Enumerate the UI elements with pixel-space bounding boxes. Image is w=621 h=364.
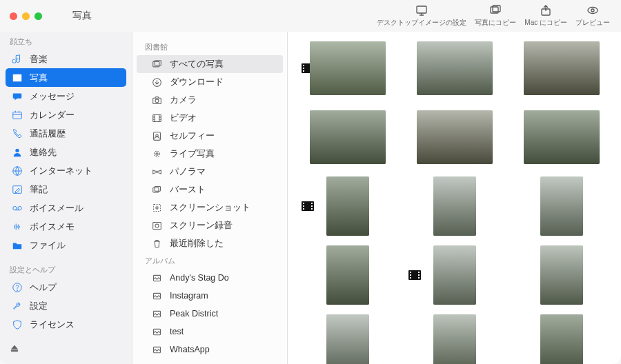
photo-cell[interactable] xyxy=(511,244,611,306)
photo-cell[interactable] xyxy=(511,313,611,364)
sidebar-item-settings[interactable]: 設定 xyxy=(6,296,126,315)
sidebar-item-label: 筆記 xyxy=(30,183,48,196)
pencil-icon xyxy=(11,183,23,196)
eye-icon xyxy=(586,4,600,17)
library-item-label: Peak District xyxy=(170,309,218,318)
library-item-live[interactable]: ライブ写真 xyxy=(137,145,283,163)
photo-cell[interactable] xyxy=(511,106,611,168)
sidebar-item-label: ファイル xyxy=(30,239,66,252)
photos-icon xyxy=(489,4,502,17)
library-item-label: test xyxy=(170,327,184,336)
sidebar-item-files[interactable]: ファイル xyxy=(6,236,126,254)
library-item-deleted[interactable]: 最近削除した xyxy=(137,234,283,252)
photo-cell[interactable] xyxy=(511,37,611,99)
voicemail-icon xyxy=(11,202,23,214)
photo-thumbnail xyxy=(326,314,369,364)
photo-thumbnail xyxy=(417,41,493,95)
pano-icon xyxy=(150,165,163,178)
sidebar-item-label: カレンダー xyxy=(30,109,75,121)
sidebar-item-calendar[interactable]: カレンダー xyxy=(6,105,126,124)
photo-cell[interactable] xyxy=(297,244,397,306)
sidebar-item-label: ライセンス xyxy=(30,318,75,331)
album-icon xyxy=(150,272,163,284)
library-item-a3[interactable]: Peak District xyxy=(137,305,283,323)
sidebar-item-label: インターネット xyxy=(30,165,92,177)
library-item-downloads[interactable]: ダウンロード xyxy=(137,73,283,91)
photo-cell[interactable] xyxy=(404,313,504,364)
library-item-label: スクリーン録音 xyxy=(170,220,233,232)
photo-cell[interactable] xyxy=(404,37,504,99)
copy-photos-button[interactable]: 写真にコピー xyxy=(475,4,516,28)
library-item-a4[interactable]: test xyxy=(137,323,283,341)
library-item-selfies[interactable]: セルフィー xyxy=(137,127,283,145)
sidebar-item-voicemail[interactable]: ボイスメール xyxy=(6,199,126,217)
trash-icon xyxy=(150,237,163,250)
library-item-label: ビデオ xyxy=(170,112,197,124)
sidebar-item-notes[interactable]: 筆記 xyxy=(6,180,126,199)
shield-icon xyxy=(11,318,23,331)
toolbar-label: デスクトップイメージの設定 xyxy=(377,18,466,28)
photo-thumbnail xyxy=(540,176,583,236)
sidebar-item-photos[interactable]: 写真 xyxy=(6,68,126,87)
photo-cell[interactable] xyxy=(297,313,397,364)
sidebar-item-calls[interactable]: 通話履歴 xyxy=(6,124,126,143)
burst-icon xyxy=(150,183,163,196)
sidebar-item-music[interactable]: 音楽 xyxy=(6,50,126,68)
sidebar-item-voicememo[interactable]: ボイスメモ xyxy=(6,217,126,236)
primary-sidebar: 顔立ち 音楽写真メッセージカレンダー通話履歴連絡先インターネット筆記ボイスメール… xyxy=(0,32,132,364)
library-item-pano[interactable]: パノラマ xyxy=(137,163,283,181)
toolbar-label: プレビュー xyxy=(575,18,610,28)
library-item-label: ライブ写真 xyxy=(170,148,215,160)
window-zoom-button[interactable] xyxy=(34,12,42,20)
library-item-label: WhatsApp xyxy=(170,345,210,354)
photo-cell[interactable] xyxy=(297,106,397,168)
sidebar-item-internet[interactable]: インターネット xyxy=(6,161,126,180)
library-item-camera[interactable]: カメラ xyxy=(137,91,283,109)
library-item-screenshot[interactable]: スクリーンショット xyxy=(137,199,283,216)
toolbar-label: 写真にコピー xyxy=(475,18,516,28)
library-item-a5[interactable]: WhatsApp xyxy=(137,341,283,358)
eject-icon[interactable] xyxy=(10,343,19,356)
library-item-burst[interactable]: バースト xyxy=(137,181,283,199)
copy-mac-button[interactable]: Mac にコピー xyxy=(524,4,567,28)
sidebar-item-contacts[interactable]: 連絡先 xyxy=(6,143,126,161)
download-icon xyxy=(150,76,163,88)
desktop-icon xyxy=(415,4,428,17)
library-item-video[interactable]: ビデオ xyxy=(137,109,283,127)
preview-button[interactable]: プレビュー xyxy=(575,4,610,28)
selfie-icon xyxy=(150,130,163,142)
sidebar-section-settings: 設定とヘルプ xyxy=(0,260,132,276)
library-item-label: パノラマ xyxy=(170,166,206,178)
library-item-label: 最近削除した xyxy=(170,238,224,250)
photo-cell[interactable] xyxy=(404,244,504,306)
titlebar: 写真 デスクトップイメージの設定写真にコピーMac にコピープレビュー xyxy=(0,0,621,32)
photo-cell[interactable] xyxy=(297,37,397,99)
library-item-a2[interactable]: Instagram xyxy=(137,287,283,305)
sidebar-item-label: 設定 xyxy=(30,300,48,312)
photo-thumbnail xyxy=(310,41,386,95)
sidebar-item-messages[interactable]: メッセージ xyxy=(6,87,126,105)
video-badge-icon xyxy=(408,270,421,280)
sidebar-item-label: ボイスメール xyxy=(30,202,83,214)
window-close-button[interactable] xyxy=(10,12,17,20)
sidebar-item-label: 通話履歴 xyxy=(30,128,66,140)
window-minimize-button[interactable] xyxy=(22,12,30,20)
person-icon xyxy=(11,146,23,159)
library-item-screenrec[interactable]: スクリーン録音 xyxy=(137,216,283,234)
library-item-label: セルフィー xyxy=(170,130,215,142)
sidebar-item-license[interactable]: ライセンス xyxy=(6,315,126,334)
library-item-all[interactable]: すべての写真 xyxy=(137,55,283,73)
library-item-label: カメラ xyxy=(170,94,197,106)
photo-cell[interactable] xyxy=(511,175,611,237)
sidebar-item-help[interactable]: ヘルプ xyxy=(6,278,126,296)
library-item-a1[interactable]: Andy's Stag Do xyxy=(137,269,283,287)
photo-cell[interactable] xyxy=(404,175,504,237)
photo-thumbnail xyxy=(433,176,476,236)
photo-thumbnail xyxy=(433,245,476,305)
photo-cell[interactable] xyxy=(297,175,397,237)
photo-cell[interactable] xyxy=(404,106,504,168)
set-desktop-button[interactable]: デスクトップイメージの設定 xyxy=(377,4,466,28)
screenrec-icon xyxy=(150,219,163,232)
folder-icon xyxy=(11,239,23,252)
library-item-label: ダウンロード xyxy=(170,77,224,88)
